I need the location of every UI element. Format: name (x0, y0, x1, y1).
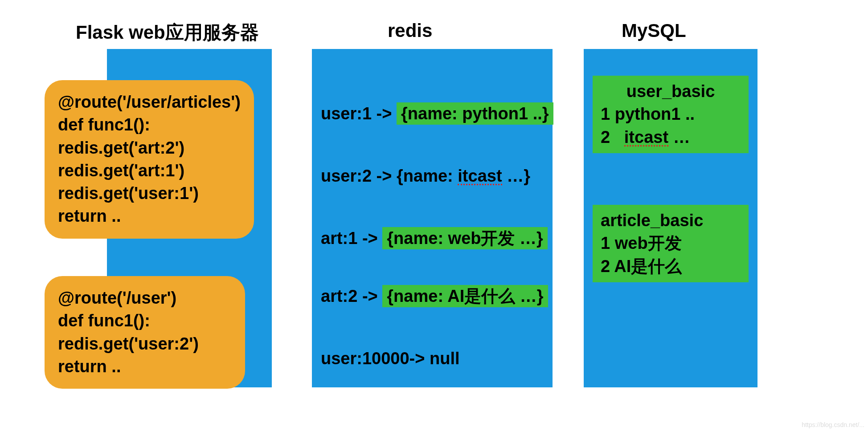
table-row: 2 AI是什么 (601, 255, 741, 278)
redis-key: art:2 -> (321, 287, 382, 305)
flask-func1-box: @route('/user/articles') def func1(): re… (45, 80, 254, 239)
redis-key: user:1 -> (321, 104, 397, 123)
code-line: @route('/user') (58, 287, 232, 309)
table-row: 1 python1 .. (601, 103, 741, 126)
redis-entry-user1: user:1 -> {name: python1 ..} (321, 102, 553, 125)
code-line: redis.get('user:1') (58, 182, 241, 205)
flask-func2-box: @route('/user') def func1(): redis.get('… (45, 276, 245, 389)
redis-entry-art2: art:2 -> {name: AI是什么 …} (321, 285, 548, 308)
mysql-table-article-basic: article_basic 1 web开发 2 AI是什么 (593, 205, 749, 282)
title-redis: redis (388, 20, 432, 41)
redis-entry-null: user:10000-> null (321, 347, 460, 370)
code-line: redis.get('art:1') (58, 159, 241, 182)
redis-value-highlight: {name: web开发 …} (382, 227, 548, 249)
table-row: 2 itcast … (601, 126, 741, 149)
code-line: def func1(): (58, 114, 241, 136)
code-line: redis.get('art:2') (58, 137, 241, 159)
watermark: https://blog.csdn.net/... (802, 421, 864, 428)
table-name: article_basic (601, 209, 741, 232)
code-line: redis.get('user:2') (58, 333, 232, 355)
redis-text: …} (502, 167, 530, 185)
title-mysql: MySQL (622, 20, 686, 41)
redis-column (312, 49, 553, 387)
code-line: return .. (58, 205, 241, 228)
redis-value-highlight: {name: python1 ..} (397, 102, 553, 125)
redis-entry-art1: art:1 -> {name: web开发 …} (321, 227, 548, 250)
code-line: @route('/user/articles') (58, 91, 241, 114)
table-row: 1 web开发 (601, 232, 741, 255)
mysql-table-user-basic: user_basic 1 python1 .. 2 itcast … (593, 76, 749, 153)
row-suffix: … (668, 128, 690, 146)
code-line: def func1(): (58, 309, 232, 332)
table-name: user_basic (601, 80, 741, 103)
redis-entry-user2: user:2 -> {name: itcast …} (321, 165, 530, 187)
redis-underlined: itcast (458, 168, 502, 185)
redis-text: user:2 -> {name: (321, 167, 458, 185)
row-prefix: 2 (601, 128, 624, 146)
title-flask: Flask web应用服务器 (76, 20, 259, 45)
redis-key: art:1 -> (321, 229, 382, 248)
code-line: return .. (58, 355, 232, 378)
redis-value-highlight: {name: AI是什么 …} (382, 285, 548, 307)
row-underlined: itcast (624, 129, 668, 146)
